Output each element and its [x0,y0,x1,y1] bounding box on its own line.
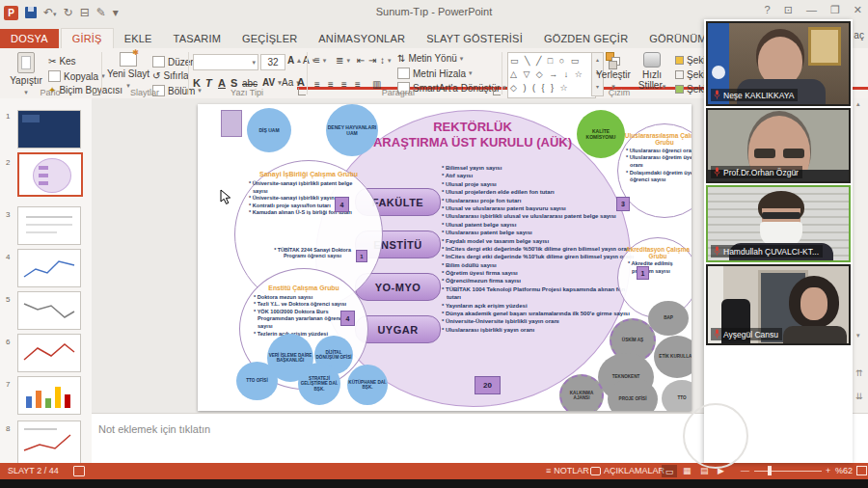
indicator-item: * Ulusal ve uluslararası patent başvuru … [442,204,635,212]
quick-styles-button[interactable]: Hızlı Stiller▾ [633,52,671,91]
grow-font-button[interactable]: A▴ [287,55,301,66]
paragraf-dialog-launcher[interactable] [493,88,501,95]
enstitu-items: * Doktora mezun sayısı* Tezli Y.L. ve Do… [254,294,354,338]
yazi-tipi-dialog-launcher[interactable] [298,88,306,95]
tab-animasyonlar[interactable]: ANİMASYONLAR [308,29,416,48]
align-left-button[interactable]: ≡ [314,79,320,90]
notes-toggle-button[interactable]: ≡NOTLAR [546,466,589,475]
tab-tasarim[interactable]: TASARIM [163,29,231,48]
bap-circle[interactable]: BAP [648,301,689,336]
ribbon-display-options-button[interactable]: ⊡ [784,4,793,16]
zoom-slider-thumb[interactable] [768,466,772,475]
spell-check-icon[interactable] [73,466,85,476]
decrease-indent-button[interactable]: ⇤ [357,55,365,66]
comments-toggle-button[interactable]: AÇIKLAMALAR [590,466,665,475]
participant-video-4[interactable]: Ayşegül Cansu [706,264,851,345]
glasses [783,149,804,158]
sanayi-group-title: Sanayi İşBirliği Çalışma Grubu [235,171,382,178]
previous-slide-button[interactable]: ⇈ [855,368,863,378]
notes-placeholder[interactable]: Not eklemek için tıklatın [98,423,210,435]
align-right-button[interactable]: ≡ [341,79,347,90]
character-spacing-button[interactable]: AV▾ [262,77,282,88]
participant-name-label: Neşe KAKLIKKAYA [711,89,798,101]
kalkinma-ajansi-circle[interactable]: KALKINMA AJANSI [559,374,604,411]
enstitu-count-box[interactable]: 4 [340,311,355,326]
bullets-button[interactable]: ≡▾ [314,55,326,66]
kutuphane-circle[interactable]: KÜTÜPHANE DAİ. BŞK. [347,365,388,405]
deney-hayvanlari-uam-circle[interactable]: DENEY HAYVANLARI UAM [326,104,378,156]
sanayi-count-box[interactable]: 4 [335,197,349,212]
participant-video-1[interactable]: Neşe KAKLIKKAYA [706,21,851,106]
slide-thumbnail-6[interactable] [17,334,81,372]
slide-thumbnail-4[interactable] [17,249,81,287]
group-label-paragraf: Paragraf [350,88,447,97]
increase-indent-button[interactable]: ⇥ [368,55,376,66]
align-center-button[interactable]: ≡ [328,79,334,90]
slide-sorter-view-button[interactable]: ▦ [683,466,692,475]
slide-thumbnail-7[interactable] [17,376,81,415]
normal-view-button[interactable]: ▭ [662,465,677,477]
tto-circle[interactable]: TTO [662,380,692,411]
new-slide-button[interactable]: Yeni Slayt▾ [106,52,150,90]
cut-button[interactable]: ✂Kes [48,56,76,67]
watermark-logo [683,403,748,469]
help-button[interactable]: ? [765,4,771,16]
slide-title[interactable]: REKTÖRLÜKARAŞTIRMA ÜST KURULU (AÜK) [342,120,603,151]
tab-dosya[interactable]: DOSYA [0,29,59,48]
numbering-button[interactable]: ≣▾ [336,55,350,66]
fit-to-window-button[interactable] [856,466,867,475]
tab-gozden-gecir[interactable]: GÖZDEN GEÇİR [533,29,638,48]
participant-video-2[interactable]: Prof.Dr.Orhan Özgür [706,108,851,183]
font-size-select[interactable]: 32 [260,54,285,70]
group-label-cizim: Çizim [571,88,667,97]
tubitak-2244-count-box[interactable]: 1 [356,250,367,262]
zoom-in-button[interactable]: + [826,466,830,475]
central-count-box[interactable]: 20 [475,376,501,394]
tubitak-2244-text[interactable]: * TÜBİTAK 2244 Sanayi Doktora Programı ö… [271,247,354,258]
align-text-button[interactable]: Metni Hizala▾ [397,68,473,79]
video-conference-panel: Neşe KAKLIKKAYA Prof.Dr.Orhan Özgür Hamd… [704,19,853,463]
comments-icon [590,467,601,475]
slide-thumbnail-3[interactable] [17,206,81,245]
zoom-slider-track[interactable] [754,471,822,472]
thumb-number: 7 [6,380,10,389]
strateji-gelistirme-circle[interactable]: STRATEJİ GELİŞTİRME DAİ. BŞK. [298,363,340,405]
line-spacing-button[interactable]: ↕▾ [380,55,392,66]
font-name-select[interactable]: ▾ [193,54,258,70]
slide-thumbnail-1[interactable] [17,110,81,149]
slide-indicator[interactable]: SLAYT 2 / 44 [8,466,59,475]
indicator-item: * InCites dergi etki değerinde %10'luk d… [442,253,635,260]
slide-canvas[interactable]: REKTÖRLÜKARAŞTIRMA ÜST KURULU (AÜK) FAKÜ… [198,104,692,411]
flag-emblem [712,66,725,79]
vertical-scrollbar[interactable]: ▴ ▾ ⇈ ⇊ [853,98,868,413]
scroll-down-arrow[interactable]: ▾ [856,332,860,339]
enstitu-item: * YÖK 100/2000 Doktora Burs Programından… [254,309,354,331]
slide-thumbnail-8[interactable] [17,420,81,463]
uluslararasilasma-count-box[interactable]: 3 [616,197,630,211]
text-direction-button[interactable]: ⇅Metin Yönü▾ [397,53,463,64]
zoom-out-button[interactable]: — [741,466,749,475]
scroll-up-arrow[interactable]: ▴ [856,100,860,108]
shape-outline-icon [675,70,684,79]
participant-video-3[interactable]: Hamdullah ÇUVALCI-KT... [706,185,851,262]
decorative-rectangle[interactable] [221,110,242,137]
tab-gecisler[interactable]: GEÇİŞLER [231,29,308,48]
tab-ekle[interactable]: EKLE [114,29,163,48]
tab-slayt-gosterisi[interactable]: SLAYT GÖSTERİSİ [416,29,533,48]
reset-button[interactable]: ↺Sıfırla [152,70,189,81]
close-button[interactable]: ✕ [854,4,862,16]
dis-uam-circle[interactable]: DİŞ UAM [247,108,291,152]
tab-giris[interactable]: GİRİŞ [61,28,114,48]
slide-thumbnail-5[interactable] [17,291,81,330]
zoom-level[interactable]: %62 [835,466,853,475]
central-indicator-list[interactable]: * Bilimsel yayın sayısı* Atıf sayısı* Ul… [442,164,635,334]
indicator-item: * Atıf sayısı [442,172,635,179]
slide-thumbnail-2-selected[interactable] [17,152,83,197]
restore-button[interactable]: ❐ [830,4,840,16]
minimize-button[interactable]: — [806,4,817,16]
copy-button[interactable]: Kopyala▾ [48,70,105,82]
akreditasyon-count-box[interactable]: 1 [637,266,649,280]
etik-kurullar-circle[interactable]: ETİK KURULLAR [654,336,692,378]
next-slide-button[interactable]: ⇊ [855,392,863,401]
arrange-button[interactable]: Yerleştir▾ [596,52,631,91]
